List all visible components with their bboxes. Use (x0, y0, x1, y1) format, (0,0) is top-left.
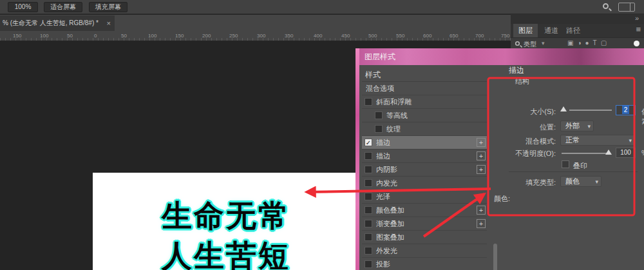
dialog-scrollbar[interactable] (493, 244, 497, 270)
workspace-switcher-icon[interactable] (618, 3, 635, 12)
style-row-inner-glow[interactable]: 内发光 (362, 177, 487, 190)
blend-mode-dropdown[interactable]: 正常 ▾ (560, 135, 635, 146)
size-value-input[interactable]: 2 (616, 105, 636, 115)
filter-toggle-icon[interactable] (634, 41, 639, 46)
options-bar: 100% 适合屏幕 填充屏幕 (0, 0, 644, 14)
ruler-label: 700 (475, 33, 484, 39)
ruler-label: 100 (40, 33, 48, 39)
checkbox[interactable] (365, 260, 372, 268)
ruler-ticks (0, 38, 511, 41)
styles-list-header: 样式 (362, 68, 487, 82)
divider (509, 171, 638, 172)
ruler-label: 600 (423, 33, 431, 39)
tab-layers[interactable]: 图层 (513, 24, 538, 37)
style-row-color-overlay[interactable]: 颜色叠加 + (362, 204, 487, 217)
dialog-border (355, 48, 359, 270)
zoom-percentage-input[interactable]: 100% (8, 2, 38, 12)
ruler-label: 450 (341, 33, 350, 39)
overprint-checkbox[interactable] (562, 160, 569, 168)
ruler-label: 550 (396, 33, 404, 39)
color-label: 颜色: (433, 194, 510, 204)
chevron-down-icon: ▾ (587, 122, 591, 131)
style-row-inner-shadow[interactable]: 内阴影 + (362, 163, 487, 177)
tab-close-icon[interactable]: × (107, 15, 111, 31)
fill-type-dropdown[interactable]: 颜色 ▾ (560, 176, 601, 187)
style-row-bevel-emboss[interactable]: 斜面和浮雕 (362, 95, 487, 109)
styles-list: 样式 混合选项 斜面和浮雕 等高线 纹理 ✓ 描边 (362, 68, 487, 270)
size-unit: 像素 (641, 107, 644, 126)
ruler-label: 500 (368, 33, 377, 39)
overprint-label: 叠印 (573, 161, 587, 171)
structure-label: 结构 (515, 77, 529, 86)
opacity-slider-track[interactable] (562, 153, 608, 154)
checkbox[interactable] (365, 152, 372, 160)
ruler-label: 350 (285, 33, 293, 39)
style-row-gradient-overlay[interactable]: 渐变叠加 + (362, 217, 487, 231)
size-label: 大小(S): (478, 107, 556, 117)
checkbox[interactable] (365, 247, 372, 255)
filter-kind-label[interactable]: 类型 (524, 40, 536, 49)
opacity-unit: % (641, 149, 644, 157)
tab-channels[interactable]: 通道 (539, 24, 564, 37)
ruler-label: 250 (229, 33, 238, 39)
style-row-drop-shadow[interactable]: 投影 (362, 258, 487, 270)
ruler-label: 650 (450, 33, 458, 39)
tab-paths[interactable]: 路径 (561, 24, 585, 37)
style-row-outer-glow[interactable]: 外发光 (362, 244, 487, 258)
style-row-blending-options[interactable]: 混合选项 (362, 82, 487, 95)
fit-screen-button[interactable]: 适合屏幕 (44, 2, 82, 12)
filter-pick-icon[interactable] (515, 41, 520, 46)
panel-menu-icon[interactable]: ≡ (636, 24, 641, 34)
panel-header-strip: » (511, 14, 644, 24)
position-label: 位置: (478, 122, 556, 132)
canvas-text-line2: 人生苦短 (93, 236, 359, 270)
ruler-label: 150 (13, 33, 21, 39)
ruler-label: 100 (148, 33, 156, 39)
add-effect-icon[interactable]: + (477, 206, 486, 215)
checkbox[interactable] (365, 220, 372, 227)
stroke-panel-title: 描边 (509, 65, 524, 76)
ruler-label: 750 (501, 33, 509, 39)
chevron-down-icon: ▾ (595, 177, 598, 187)
checkbox-checked[interactable]: ✓ (365, 139, 372, 146)
document-tab[interactable]: % (生命无常 人生苦短, RGB/8#) * × (0, 15, 115, 31)
checkbox[interactable] (365, 98, 372, 106)
ruler-label: 400 (314, 33, 322, 39)
style-row-stroke-selected[interactable]: ✓ 描边 + (362, 136, 487, 149)
opacity-label: 不透明度(O): (478, 149, 556, 159)
document-canvas[interactable]: 生命无常 人生苦短 (93, 173, 359, 270)
fill-screen-button[interactable]: 填充屏幕 (89, 2, 128, 12)
canvas-text-line1: 生命无常 (93, 196, 359, 236)
stroke-settings-panel: 描边 结构 大小(S): 2 像素 位置: 外部 ▾ 混合模式: 正常 ▾ (489, 65, 644, 270)
horizontal-ruler: 1501005005010015020025030035040045050055… (0, 31, 511, 41)
opacity-slider-thumb[interactable] (605, 149, 612, 155)
opacity-value-input[interactable]: 100 (616, 148, 636, 158)
chevron-down-icon: ▾ (629, 136, 632, 146)
dialog-title-bar[interactable]: 图层样式 (355, 48, 644, 65)
search-icon[interactable] (603, 3, 609, 9)
style-row-contour[interactable]: 等高线 (362, 109, 487, 122)
collapse-panels-icon[interactable]: » (635, 14, 639, 22)
checkbox[interactable] (365, 166, 372, 173)
style-row-pattern-overlay[interactable]: 图案叠加 (362, 231, 487, 244)
checkbox[interactable] (365, 179, 372, 187)
checkbox[interactable] (375, 111, 383, 119)
ruler-label: 50 (121, 33, 127, 39)
add-effect-icon[interactable]: + (477, 219, 486, 228)
canvas-styled-text: 生命无常 人生苦短 (93, 196, 359, 270)
checkbox[interactable] (365, 206, 372, 214)
size-slider-thumb[interactable] (560, 106, 567, 111)
style-row-stroke-2[interactable]: 描边 + (362, 149, 487, 163)
checkbox[interactable] (365, 193, 372, 200)
filter-kind-caret-icon[interactable]: ▾ (542, 40, 545, 46)
checkbox[interactable] (365, 233, 372, 241)
add-effect-icon[interactable]: + (477, 165, 486, 174)
filter-type-icons[interactable]: ▣◑●T▢ (567, 39, 611, 46)
style-row-texture[interactable]: 纹理 (362, 122, 487, 136)
blend-mode-label: 混合模式: (478, 137, 556, 146)
fill-type-label: 填充类型: (478, 178, 556, 188)
layer-style-dialog: 图层样式 样式 混合选项 斜面和浮雕 等高线 纹理 (355, 48, 644, 270)
checkbox[interactable] (375, 125, 383, 133)
position-dropdown[interactable]: 外部 ▾ (560, 121, 594, 131)
size-slider-track[interactable] (569, 110, 612, 111)
